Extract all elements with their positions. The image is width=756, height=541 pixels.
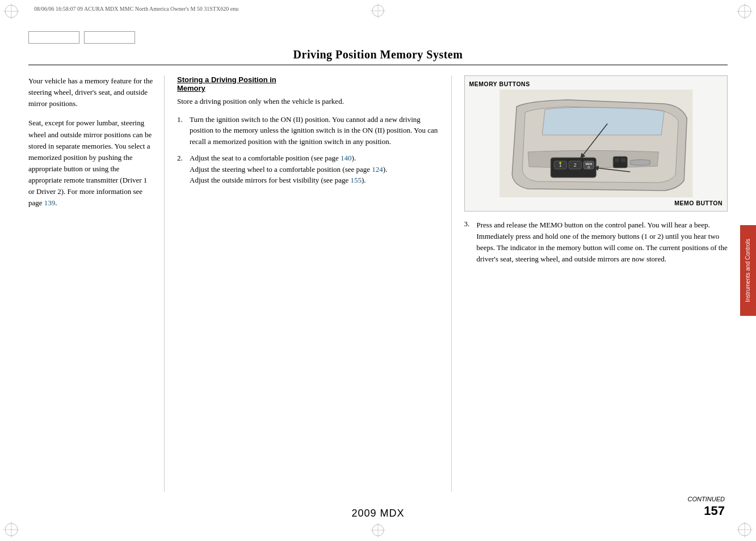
step-3-num: 3.: [464, 219, 474, 265]
link-124[interactable]: 124: [372, 165, 383, 174]
page-title: Driving Position Memory System: [28, 48, 728, 61]
svg-rect-32: [621, 158, 625, 162]
left-para-1: Your vehicle has a memory feature for th…: [28, 75, 154, 109]
diagram-label-bottom: MEMO BUTTON: [469, 200, 723, 206]
nav-box-1[interactable]: [28, 31, 79, 44]
svg-text:O: O: [587, 166, 590, 169]
step-1-num: 1.: [177, 114, 187, 147]
svg-rect-31: [615, 158, 619, 162]
diagram-svg: 1 2 MEM O: [469, 90, 723, 197]
nav-boxes: [28, 31, 728, 44]
page: 08/06/06 16:58:07 09 ACURA MDX MMC North…: [0, 0, 756, 541]
diagram-image: 1 2 MEM O: [469, 90, 723, 197]
step-2-content: Adjust the seat to a comfortable positio…: [190, 153, 441, 186]
step-3: 3. Press and release the MEMO button on …: [464, 219, 728, 265]
model-label: 2009 MDX: [351, 508, 404, 519]
print-info: 08/06/06 16:58:07 09 ACURA MDX MMC North…: [34, 6, 238, 12]
reg-mark-bl: [3, 522, 19, 538]
columns: Your vehicle has a memory feature for th…: [28, 75, 728, 492]
intro-text: Store a driving position only when the v…: [177, 96, 441, 107]
nav-box-2[interactable]: [84, 31, 135, 44]
link-140[interactable]: 140: [341, 154, 352, 162]
col-right: MEMORY BUTTONS: [452, 75, 728, 492]
continued-label: CONTINUED: [688, 496, 725, 502]
step-2-num: 2.: [177, 153, 187, 186]
step-1: 1. Turn the ignition switch to the ON (I…: [177, 114, 441, 147]
reg-mark-tr: [737, 3, 753, 19]
col-middle: Storing a Driving Position in Memory Sto…: [165, 75, 452, 492]
step-1-content: Turn the ignition switch to the ON (II) …: [190, 114, 441, 147]
col-left: Your vehicle has a memory feature for th…: [28, 75, 165, 492]
step-list: 1. Turn the ignition switch to the ON (I…: [177, 114, 441, 186]
diagram-label-top: MEMORY BUTTONS: [469, 81, 723, 87]
title-rule: [28, 65, 728, 65]
diagram-box: MEMORY BUTTONS: [464, 75, 728, 212]
content-area: Driving Position Memory System Your vehi…: [28, 31, 728, 498]
left-para-2: Seat, except for power lumbar, steering …: [28, 117, 154, 209]
step-2: 2. Adjust the seat to a comfortable posi…: [177, 153, 441, 186]
svg-rect-30: [613, 157, 627, 168]
svg-text:2: 2: [573, 162, 576, 168]
step-3-content: Press and release the MEMO button on the…: [477, 219, 728, 265]
reg-mark-br: [737, 522, 753, 538]
link-155[interactable]: 155: [350, 176, 362, 184]
page-number: 157: [704, 504, 725, 518]
side-tab: Instruments and Controls: [740, 225, 756, 316]
side-tab-label: Instruments and Controls: [745, 239, 751, 302]
reg-mark-tl: [3, 3, 19, 19]
crosshair-top: [371, 3, 385, 18]
crosshair-bottom: [371, 523, 385, 538]
svg-point-22: [559, 162, 561, 164]
link-139[interactable]: 139: [44, 198, 56, 207]
section-heading: Storing a Driving Position in Memory: [177, 75, 441, 92]
